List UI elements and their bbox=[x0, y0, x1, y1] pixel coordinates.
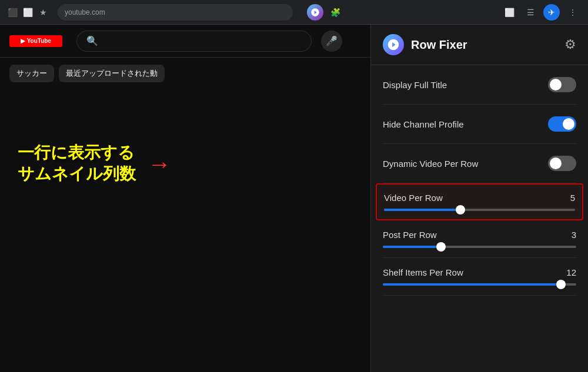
setting-dynamic-video-per-row: Dynamic Video Per Row bbox=[383, 144, 576, 183]
slider-row-shelf-items-per-row: Shelf Items Per Row 12 bbox=[383, 258, 576, 296]
slider-thumb[interactable] bbox=[556, 280, 566, 289]
address-text: youtube.com bbox=[65, 8, 105, 16]
annotation-line2: サムネイル列数 bbox=[18, 163, 136, 185]
search-icon: 🔍 bbox=[86, 35, 98, 46]
video-per-row-value: 5 bbox=[570, 193, 575, 203]
toggle-knob bbox=[563, 118, 574, 130]
menu-icon[interactable]: ☰ bbox=[522, 4, 539, 21]
annotation-line1: 一行に表示する bbox=[18, 142, 136, 163]
popup-title: Row Fixer bbox=[411, 38, 467, 52]
popup-header: Row Fixer ⚙ bbox=[371, 25, 588, 65]
hide-channel-profile-label: Hide Channel Profile bbox=[383, 119, 464, 129]
shelf-items-per-row-value: 12 bbox=[566, 267, 576, 277]
chip-recent[interactable]: 最近アップロードされた動 bbox=[59, 65, 165, 82]
annotation-overlay: 一行に表示する サムネイル列数 → bbox=[18, 142, 136, 185]
toggle-knob bbox=[550, 157, 562, 169]
extension-icons: 🧩 bbox=[307, 4, 343, 21]
youtube-area: ▶ YouTube 🔍 🎤 サッカー 最近アップロードされた動 一行に表示する … bbox=[0, 25, 588, 372]
video-per-row-label: Video Per Row bbox=[384, 193, 443, 203]
address-bar[interactable]: youtube.com bbox=[58, 4, 293, 21]
slider-thumb[interactable] bbox=[456, 205, 465, 215]
popup-content: Display Full Title Hide Channel Profile … bbox=[371, 65, 588, 372]
slider-header-video: Video Per Row 5 bbox=[384, 193, 575, 203]
slider-fill bbox=[383, 246, 441, 248]
video-per-row-slider[interactable] bbox=[384, 209, 575, 211]
display-full-title-label: Display Full Title bbox=[383, 80, 447, 90]
slider-header-post: Post Per Row 3 bbox=[383, 230, 576, 240]
slider-fill bbox=[383, 283, 561, 286]
slider-thumb[interactable] bbox=[436, 242, 446, 252]
hide-channel-profile-toggle[interactable] bbox=[548, 116, 576, 132]
extension-popup: Row Fixer ⚙ Display Full Title Hide Chan… bbox=[370, 25, 588, 372]
navigate-icon[interactable]: ✈ bbox=[543, 4, 560, 21]
display-full-title-toggle[interactable] bbox=[548, 77, 576, 92]
youtube-search-bar[interactable]: 🔍 bbox=[76, 31, 312, 52]
toggle-knob bbox=[550, 79, 562, 91]
slider-row-post-per-row: Post Per Row 3 bbox=[383, 220, 576, 258]
dynamic-video-per-row-toggle[interactable] bbox=[548, 156, 576, 171]
camera-icon[interactable]: ⬜ bbox=[22, 7, 33, 18]
bookmark-icon[interactable]: ⬜ bbox=[501, 4, 517, 21]
shelf-items-per-row-label: Shelf Items Per Row bbox=[383, 267, 463, 277]
browser-right-icons: ⬜ ☰ ✈ ⋮ bbox=[501, 4, 581, 21]
chip-soccer[interactable]: サッカー bbox=[9, 65, 54, 82]
youtube-logo: ▶ YouTube bbox=[9, 35, 62, 47]
annotation-arrow: → bbox=[148, 151, 171, 177]
popup-title-area: Row Fixer bbox=[383, 34, 467, 55]
slider-row-video-per-row: Video Per Row 5 bbox=[376, 183, 583, 220]
mic-icon[interactable]: 🎤 bbox=[321, 31, 342, 52]
popup-app-icon bbox=[383, 34, 404, 55]
more-icon[interactable]: ⋮ bbox=[564, 4, 581, 21]
shelf-items-per-row-slider[interactable] bbox=[383, 283, 576, 286]
post-per-row-slider[interactable] bbox=[383, 246, 576, 248]
post-per-row-label: Post Per Row bbox=[383, 230, 437, 240]
puzzle-icon[interactable]: 🧩 bbox=[327, 4, 343, 21]
slider-header-shelf: Shelf Items Per Row 12 bbox=[383, 267, 576, 277]
setting-display-full-title: Display Full Title bbox=[383, 65, 576, 105]
setting-hide-channel-profile: Hide Channel Profile bbox=[383, 105, 576, 144]
dynamic-video-per-row-label: Dynamic Video Per Row bbox=[383, 159, 478, 169]
row-fixer-extension-icon[interactable] bbox=[307, 4, 323, 21]
star-icon[interactable]: ★ bbox=[38, 7, 48, 18]
post-per-row-value: 3 bbox=[572, 230, 576, 240]
slider-fill bbox=[384, 209, 460, 211]
settings-gear-button[interactable]: ⚙ bbox=[564, 37, 576, 52]
browser-chrome: ⬛ ⬜ ★ youtube.com 🧩 ⬜ ☰ ✈ ⋮ bbox=[0, 0, 588, 25]
screen-icon[interactable]: ⬛ bbox=[7, 7, 18, 18]
